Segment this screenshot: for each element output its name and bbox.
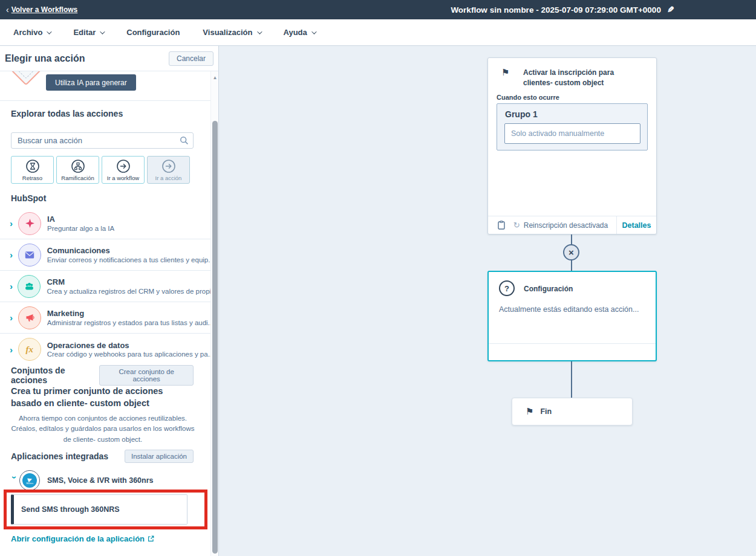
app-360nrs-logo-icon: ▶360nrs bbox=[19, 470, 40, 491]
search-icon bbox=[180, 136, 189, 145]
goto-action-button: Ir a acción bbox=[147, 156, 190, 184]
megaphone-icon bbox=[18, 306, 41, 329]
install-app-button[interactable]: Instalar aplicación bbox=[125, 450, 194, 463]
refresh-icon: ↻ bbox=[513, 221, 520, 230]
details-link[interactable]: Detalles bbox=[616, 216, 656, 234]
workflow-title-bar: Workflow sin nombre - 2025-07-09 07:29:0… bbox=[417, 5, 708, 15]
category-operaciones-de-datos[interactable]: › fx Operaciones de datosCrear código y … bbox=[0, 334, 210, 365]
chevron-right-icon: › bbox=[10, 281, 18, 291]
group-title: Grupo 1 bbox=[505, 109, 538, 119]
integrated-apps-heading: Aplicaciones integradas bbox=[11, 451, 108, 461]
divider bbox=[0, 100, 210, 101]
action-sets-heading: Conjuntos de acciones bbox=[11, 366, 99, 385]
send-sms-action-label: Send SMS through 360NRS bbox=[21, 505, 120, 514]
trigger-title: Activar la inscripción para clientes- cu… bbox=[523, 68, 645, 89]
configuration-body: Actualmente estás editando esta acción..… bbox=[499, 305, 639, 314]
menu-bar: Archivo Editar Configuración Visualizaci… bbox=[0, 19, 756, 46]
open-app-settings-link[interactable]: Abrir configuración de la aplicación bbox=[11, 534, 154, 543]
menu-visualizacion[interactable]: Visualización bbox=[203, 28, 260, 37]
use-ai-button[interactable]: Utiliza IA para generar bbox=[46, 74, 136, 91]
action-sets-promo-body: Ahorra tiempo con conjuntos de acciones … bbox=[10, 413, 196, 445]
scrollbar-thumb[interactable] bbox=[212, 121, 218, 554]
action-panel-scroll-content: Utiliza IA para generar Explorar todas l… bbox=[0, 71, 210, 556]
action-sets-promo-title: Crea tu primer conjunto de acciones basa… bbox=[11, 386, 194, 409]
chevron-left-icon: ‹ bbox=[6, 5, 9, 15]
action-sets-row: Conjuntos de acciones Crear conjunto de … bbox=[11, 365, 194, 386]
people-icon bbox=[18, 275, 41, 298]
chevron-right-icon: › bbox=[10, 344, 18, 355]
category-ia[interactable]: › IAPreguntar algo a la IA bbox=[0, 208, 210, 239]
menu-ayuda[interactable]: Ayuda bbox=[284, 28, 315, 37]
when-this-occurs-label: Cuando esto ocurre bbox=[497, 94, 559, 101]
hubspot-heading: HubSpot bbox=[11, 193, 46, 203]
goto-workflow-button[interactable]: Ir a workflow bbox=[102, 156, 145, 184]
branch-icon bbox=[71, 159, 85, 173]
action-panel-header: Elegir una acción Cancelar bbox=[0, 46, 218, 71]
category-list: › IAPreguntar algo a la IA › Comunicacio… bbox=[0, 208, 210, 365]
explore-actions-heading: Explorar todas las acciones bbox=[11, 109, 123, 118]
external-link-icon bbox=[148, 535, 154, 542]
configuration-title: Configuración bbox=[524, 285, 573, 293]
annotation-highlight-box: Send SMS through 360NRS bbox=[4, 490, 207, 529]
back-link-label: Volver a Workflows bbox=[11, 5, 78, 14]
action-search bbox=[11, 132, 194, 149]
connector-line bbox=[571, 361, 572, 398]
reenrollment-status: ↻ Reinscripción desactivada bbox=[505, 221, 616, 230]
configuration-node-card[interactable]: ? Configuración Actualmente estás editan… bbox=[487, 271, 657, 361]
hourglass-icon bbox=[25, 159, 40, 173]
back-to-workflows-link[interactable]: ‹ Volver a Workflows bbox=[6, 5, 77, 15]
edit-pencil-icon[interactable]: ✎ bbox=[667, 5, 674, 15]
menu-archivo[interactable]: Archivo bbox=[13, 28, 50, 37]
question-mark-icon: ? bbox=[499, 280, 515, 296]
quick-action-buttons: Retraso Ramificación Ir a workflow Ir a … bbox=[11, 156, 190, 184]
action-panel: Elegir una acción Cancelar Utiliza IA pa… bbox=[0, 46, 219, 556]
ai-illustration bbox=[6, 71, 45, 86]
end-label: Fin bbox=[540, 407, 552, 416]
chevron-down-icon bbox=[47, 29, 52, 34]
search-input[interactable] bbox=[11, 132, 194, 149]
trigger-node-card[interactable]: ⚑ Activar la inscripción para clientes- … bbox=[487, 57, 657, 234]
workflow-canvas[interactable]: ⚑ Activar la inscripción para clientes- … bbox=[219, 46, 756, 556]
flag-icon: ⚑ bbox=[526, 406, 533, 417]
send-sms-action-card[interactable]: Send SMS through 360NRS bbox=[11, 494, 187, 525]
app-360nrs-name: SMS, Voice & IVR with 360nrs bbox=[47, 476, 154, 485]
integrated-apps-row: Aplicaciones integradas Instalar aplicac… bbox=[11, 450, 194, 463]
menu-editar[interactable]: Editar bbox=[73, 28, 103, 37]
delay-button[interactable]: Retraso bbox=[11, 156, 54, 184]
chevron-right-icon: › bbox=[10, 218, 18, 228]
scrollbar-up-arrow[interactable]: ▲ bbox=[212, 75, 218, 80]
chevron-right-icon: › bbox=[10, 312, 18, 323]
top-bar: ‹ Volver a Workflows Workflow sin nombre… bbox=[0, 0, 756, 19]
arrow-right-icon bbox=[116, 159, 131, 173]
menu-configuracion[interactable]: Configuración bbox=[126, 28, 180, 37]
branch-button[interactable]: Ramificación bbox=[56, 156, 99, 184]
category-comunicaciones[interactable]: › ComunicacionesEnviar correos y notific… bbox=[0, 239, 210, 271]
arrow-right-icon bbox=[161, 159, 176, 173]
end-node-card[interactable]: ⚑ Fin bbox=[512, 398, 633, 425]
chevron-down-icon: › bbox=[10, 476, 20, 485]
chevron-down-icon bbox=[311, 29, 316, 34]
chevron-right-icon: › bbox=[10, 250, 18, 260]
clipboard-icon[interactable] bbox=[498, 221, 505, 230]
chevron-down-icon bbox=[257, 29, 262, 34]
cancel-button[interactable]: Cancelar bbox=[169, 51, 213, 66]
app-360nrs-row[interactable]: › ▶360nrs SMS, Voice & IVR with 360nrs bbox=[10, 470, 154, 491]
category-crm[interactable]: › CRMCrea y actualiza registros del CRM … bbox=[0, 271, 210, 302]
workflow-title: Workflow sin nombre - 2025-07-09 07:29:0… bbox=[451, 5, 661, 15]
envelope-icon bbox=[18, 244, 41, 267]
flag-icon: ⚑ bbox=[501, 67, 509, 78]
create-action-set-button[interactable]: Crear conjunto de acciones bbox=[99, 365, 194, 386]
trigger-group-box: Grupo 1 Solo activado manualmente bbox=[497, 103, 648, 150]
panel-title: Elegir una acción bbox=[5, 53, 85, 64]
remove-connector-button[interactable]: × bbox=[563, 244, 579, 260]
divider bbox=[489, 343, 656, 344]
trigger-filter-value: Solo activado manualmente bbox=[504, 123, 640, 144]
category-marketing[interactable]: › MarketingAdministrar registros y estad… bbox=[0, 302, 210, 334]
trigger-footer: ↻ Reinscripción desactivada Detalles bbox=[488, 216, 656, 234]
chevron-down-icon bbox=[100, 29, 105, 34]
fx-icon: fx bbox=[18, 338, 41, 361]
sparkle-icon bbox=[18, 212, 41, 235]
sidebar-scrollbar: ▲ bbox=[210, 71, 218, 556]
